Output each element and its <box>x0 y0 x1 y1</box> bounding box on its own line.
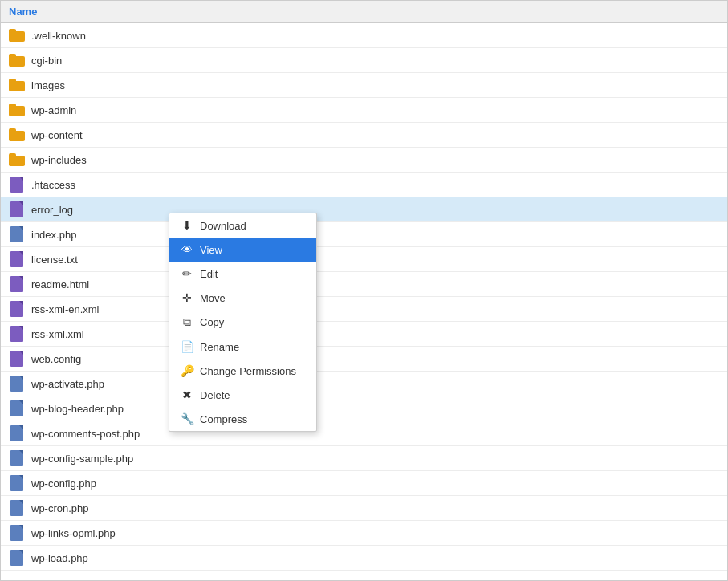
file-row[interactable]: license.txt <box>1 247 727 272</box>
folder-icon <box>9 127 25 143</box>
context-menu-item-label: Download <box>200 220 246 232</box>
file-row[interactable]: wp-activate.php <box>1 372 727 396</box>
context-menu-item-label: Delete <box>200 389 230 401</box>
file-row[interactable]: readme.html <box>1 272 727 297</box>
file-row[interactable]: rss-xml-en.xml <box>1 297 727 322</box>
rename-icon: 📄 <box>181 340 193 353</box>
file-row[interactable]: wp-comments-post.php <box>1 421 727 446</box>
context-menu: ⬇Download👁View✏Edit✛Move⧉Copy📄Rename🔑Cha… <box>169 213 317 432</box>
delete-icon: ✖ <box>181 388 193 401</box>
file-name-label: license.txt <box>31 254 719 266</box>
context-menu-item-copy[interactable]: ⧉Copy <box>169 310 316 335</box>
file-name-label: wp-cron.php <box>31 502 719 514</box>
file-name-label: wp-includes <box>31 154 719 166</box>
folder-icon <box>9 77 25 93</box>
compress-icon: 🔧 <box>181 412 193 425</box>
generic-file-icon <box>9 351 25 367</box>
file-name-label: readme.html <box>31 278 719 290</box>
file-name-label: images <box>31 79 719 91</box>
file-name-label: wp-blog-header.php <box>31 403 719 415</box>
file-row[interactable]: wp-cron.php <box>1 496 727 521</box>
context-menu-item-change-permissions[interactable]: 🔑Change Permissions <box>169 359 316 383</box>
file-row[interactable]: cgi-bin <box>1 48 727 73</box>
file-row[interactable]: wp-config-sample.php <box>1 446 727 471</box>
file-row[interactable]: wp-content <box>1 123 727 148</box>
generic-file-icon <box>9 326 25 342</box>
file-name-label: wp-admin <box>31 104 719 116</box>
file-row[interactable]: index.php <box>1 222 727 247</box>
file-name-label: wp-activate.php <box>31 378 719 390</box>
file-row[interactable]: error_log <box>1 197 727 222</box>
file-name-label: cgi-bin <box>31 55 719 67</box>
file-row[interactable]: wp-config.php <box>1 471 727 496</box>
php-file-icon <box>9 475 25 491</box>
file-row[interactable]: wp-links-opml.php <box>1 521 727 546</box>
file-name-label: .htaccess <box>31 179 719 191</box>
php-file-icon <box>9 226 25 242</box>
context-menu-item-edit[interactable]: ✏Edit <box>169 262 316 286</box>
copy-icon: ⧉ <box>181 315 193 329</box>
file-name-label: wp-comments-post.php <box>31 428 719 440</box>
generic-file-icon <box>9 301 25 317</box>
context-menu-item-label: Compress <box>200 413 247 425</box>
file-name-label: wp-links-opml.php <box>31 527 719 539</box>
file-row[interactable]: .htaccess <box>1 173 727 197</box>
column-header-name: Name <box>1 1 727 23</box>
context-menu-item-download[interactable]: ⬇Download <box>169 213 316 238</box>
context-menu-item-move[interactable]: ✛Move <box>169 286 316 310</box>
file-name-label: .well-known <box>31 30 719 42</box>
context-menu-item-label: Copy <box>200 316 224 328</box>
file-row[interactable]: images <box>1 73 727 98</box>
context-menu-item-label: Rename <box>200 341 239 353</box>
file-name-label: web.config <box>31 353 719 365</box>
context-menu-item-rename[interactable]: 📄Rename <box>169 335 316 359</box>
file-name-label: rss-xml-en.xml <box>31 303 719 315</box>
file-row[interactable]: wp-admin <box>1 98 727 123</box>
name-column-label: Name <box>9 6 37 18</box>
file-row[interactable]: wp-load.php <box>1 546 727 571</box>
file-row[interactable]: wp-blog-header.php <box>1 396 727 421</box>
context-menu-item-compress[interactable]: 🔧Compress <box>169 407 316 431</box>
generic-file-icon <box>9 276 25 292</box>
file-row[interactable]: web.config <box>1 347 727 372</box>
context-menu-item-label: Change Permissions <box>200 365 296 377</box>
php-file-icon <box>9 400 25 416</box>
file-manager: Name .well-knowncgi-binimageswp-adminwp-… <box>0 0 728 581</box>
file-name-label: wp-content <box>31 129 719 141</box>
file-name-label: error_log <box>31 204 719 216</box>
file-name-label: rss-xml.xml <box>31 328 719 340</box>
folder-icon <box>9 27 25 43</box>
file-name-label: wp-config.php <box>31 477 719 490</box>
download-icon: ⬇ <box>181 219 193 232</box>
generic-file-icon <box>9 201 25 217</box>
folder-icon <box>9 52 25 68</box>
php-file-icon <box>9 425 25 441</box>
context-menu-item-view[interactable]: 👁View <box>169 238 316 262</box>
file-name-label: index.php <box>31 229 719 241</box>
file-name-label: wp-config-sample.php <box>31 453 719 465</box>
file-name-label: wp-load.php <box>31 552 719 564</box>
php-file-icon <box>9 376 25 392</box>
file-row[interactable]: rss-xml.xml <box>1 322 727 347</box>
context-menu-item-label: Edit <box>200 268 218 280</box>
generic-file-icon <box>9 251 25 267</box>
php-file-icon <box>9 525 25 541</box>
php-file-icon <box>9 550 25 566</box>
file-list: .well-knowncgi-binimageswp-adminwp-conte… <box>1 23 727 571</box>
folder-icon <box>9 102 25 118</box>
change-permissions-icon: 🔑 <box>181 364 193 377</box>
folder-icon <box>9 152 25 168</box>
context-menu-item-label: View <box>200 244 222 256</box>
view-icon: 👁 <box>181 243 193 256</box>
file-row[interactable]: .well-known <box>1 23 727 48</box>
php-file-icon <box>9 450 25 466</box>
move-icon: ✛ <box>181 291 193 304</box>
context-menu-item-delete[interactable]: ✖Delete <box>169 383 316 407</box>
php-file-icon <box>9 500 25 516</box>
context-menu-item-label: Move <box>200 292 226 304</box>
generic-file-icon <box>9 177 25 193</box>
edit-icon: ✏ <box>181 267 193 280</box>
file-row[interactable]: wp-includes <box>1 148 727 173</box>
